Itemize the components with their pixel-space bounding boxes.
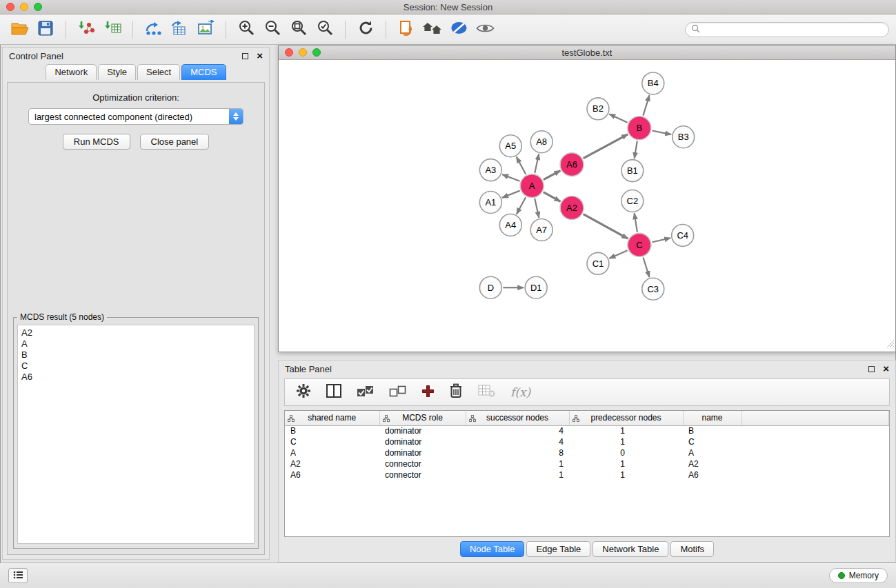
graph-node-A5[interactable]: A5 (499, 135, 521, 157)
export-image-button[interactable] (193, 18, 218, 41)
graph-node-A1[interactable]: A1 (479, 192, 501, 214)
graph-edge-B-B4[interactable] (643, 95, 649, 116)
search-input[interactable] (704, 25, 883, 34)
graph-edge-C-C3[interactable] (643, 257, 649, 277)
delete-table-button[interactable] (478, 385, 495, 400)
criterion-dropdown[interactable]: largest connected component (directed) (28, 108, 243, 125)
home-button[interactable] (420, 18, 445, 41)
zoom-fit-button[interactable] (286, 18, 311, 41)
deselect-all-button[interactable] (389, 385, 406, 401)
zoom-window-button[interactable] (34, 3, 42, 11)
apply-layout-button[interactable] (353, 18, 378, 41)
export-network-button[interactable] (141, 18, 166, 41)
graph-node-A3[interactable]: A3 (479, 159, 501, 181)
add-column-button[interactable] (421, 385, 435, 401)
run-mcds-button[interactable]: Run MCDS (63, 134, 130, 150)
minimize-window-button[interactable] (299, 48, 307, 57)
table-row[interactable]: Cdominator41C (285, 436, 889, 447)
graph-edge-A-A1[interactable] (502, 191, 520, 198)
graph-node-A6[interactable]: A6 (560, 153, 584, 176)
tab-edge-table[interactable]: Edge Table (526, 541, 590, 557)
table-row[interactable]: Adominator80A (285, 447, 889, 458)
select-all-button[interactable] (357, 385, 374, 401)
tab-select[interactable]: Select (137, 64, 180, 80)
delete-column-button[interactable] (450, 383, 463, 401)
graph-node-A7[interactable]: A7 (530, 219, 552, 241)
column-header-shared-name[interactable]: shared name (285, 411, 379, 425)
tab-mcds[interactable]: MCDS (181, 64, 226, 80)
graph-node-B1[interactable]: B1 (621, 160, 644, 182)
save-session-button[interactable] (33, 18, 58, 41)
show-view-button[interactable] (472, 18, 497, 41)
function-builder-button[interactable]: f(x) (510, 385, 530, 399)
graph-edge-C-C2[interactable] (635, 213, 637, 232)
column-header-name[interactable]: name (683, 411, 741, 425)
graph-node-D[interactable]: D (479, 276, 501, 298)
float-panel-icon[interactable] (868, 366, 875, 372)
graph-edge-A2-C[interactable] (584, 214, 628, 239)
close-panel-icon[interactable]: × (883, 365, 889, 372)
graph-edge-A-A4[interactable] (517, 197, 526, 214)
graph-edge-A-A5[interactable] (517, 157, 526, 174)
graph-edge-A6-B[interactable] (584, 134, 628, 159)
graph-node-C1[interactable]: C1 (587, 252, 609, 274)
zoom-out-button[interactable] (260, 18, 285, 41)
document-export-button[interactable] (394, 18, 419, 41)
close-panel-icon[interactable]: × (257, 52, 263, 59)
zoom-selected-button[interactable] (312, 18, 337, 41)
tab-style[interactable]: Style (98, 64, 136, 80)
column-header-predecessor-nodes[interactable]: predecessor nodes (569, 411, 683, 425)
graph-node-A2[interactable]: A2 (560, 196, 584, 220)
mcds-result-list[interactable]: A2 A B C A6 (17, 325, 255, 544)
open-session-button[interactable] (7, 18, 32, 41)
network-canvas[interactable]: B4B2BB3A5A8A6B1A3AC2A1A2A4A7C4CC1C3DD1 (279, 60, 895, 352)
export-table-button[interactable] (167, 18, 192, 41)
graph-node-C2[interactable]: C2 (621, 190, 644, 212)
graph-edge-A-A2[interactable] (544, 192, 561, 202)
graph-node-B[interactable]: B (628, 116, 651, 140)
zoom-window-button[interactable] (312, 48, 321, 57)
graph-edge-B-B1[interactable] (635, 141, 637, 158)
graph-node-C[interactable]: C (628, 233, 651, 256)
graph-edge-A-A3[interactable] (502, 174, 519, 181)
zoom-in-button[interactable] (234, 18, 259, 41)
graph-edge-B-B3[interactable] (652, 131, 671, 135)
column-header-successor-nodes[interactable]: successor nodes (466, 411, 569, 425)
close-panel-button[interactable]: Close panel (140, 134, 210, 150)
close-window-button[interactable] (6, 3, 14, 11)
tab-node-table[interactable]: Node Table (460, 541, 525, 557)
graph-node-A8[interactable]: A8 (530, 131, 552, 153)
show-columns-button[interactable] (326, 384, 341, 401)
graph-node-B2[interactable]: B2 (587, 98, 609, 120)
table-settings-button[interactable] (296, 383, 311, 401)
resize-grip[interactable] (886, 338, 895, 351)
minimize-window-button[interactable] (20, 3, 28, 11)
table-row[interactable]: A6connector11A6 (285, 469, 889, 480)
table-row[interactable]: Bdominator41B (285, 425, 889, 436)
graph-edge-C-C1[interactable] (609, 250, 627, 258)
panel-menu-button[interactable] (8, 568, 28, 583)
hide-details-button[interactable] (446, 18, 471, 41)
memory-button[interactable]: Memory (829, 568, 888, 583)
graph-node-C4[interactable]: C4 (672, 224, 694, 246)
graph-edge-A-A6[interactable] (544, 171, 560, 180)
tab-motifs[interactable]: Motifs (670, 541, 714, 557)
column-header-mcds-role[interactable]: MCDS role (379, 411, 466, 425)
graph-node-B3[interactable]: B3 (673, 126, 695, 148)
table-row[interactable]: A2connector11A2 (285, 458, 889, 469)
graph-edge-A-A8[interactable] (535, 154, 539, 173)
import-table-button[interactable] (100, 18, 125, 41)
import-network-button[interactable] (74, 18, 99, 41)
graph-node-B4[interactable]: B4 (642, 72, 664, 94)
network-graph[interactable]: B4B2BB3A5A8A6B1A3AC2A1A2A4A7C4CC1C3DD1 (279, 60, 895, 352)
graph-node-C3[interactable]: C3 (642, 278, 664, 300)
graph-node-A4[interactable]: A4 (499, 214, 521, 236)
graph-edge-A-A7[interactable] (535, 199, 539, 218)
float-panel-icon[interactable] (242, 53, 248, 59)
tab-network[interactable]: Network (46, 64, 97, 80)
graph-node-D1[interactable]: D1 (525, 276, 547, 298)
graph-node-A[interactable]: A (520, 174, 544, 198)
graph-edge-C-C4[interactable] (652, 238, 670, 242)
close-window-button[interactable] (285, 48, 293, 57)
network-window-titlebar[interactable]: testGlobe.txt (279, 45, 895, 60)
